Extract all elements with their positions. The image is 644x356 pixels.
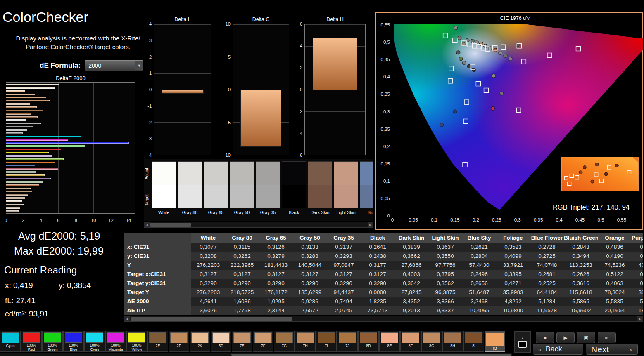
column-header: Dark Skin (394, 233, 428, 243)
patch-button-2e[interactable]: 2E (147, 331, 168, 352)
patch-button-8e[interactable]: 8E (379, 331, 400, 352)
avg-de2000: Avg dE2000: 5,19 (18, 230, 100, 242)
patch-button-100-cyan[interactable]: 100% Cyan (84, 331, 105, 352)
axis-tick-label: 0,25 (492, 217, 501, 222)
patch-button-cyan[interactable]: Cyan (0, 331, 21, 352)
patch-button-7e[interactable]: 7E (232, 331, 252, 352)
play-button[interactable]: ▶ (556, 332, 575, 343)
patch-button-label: 2E (155, 344, 160, 348)
swatch-scroll-thumb[interactable] (150, 223, 191, 227)
loop-button[interactable]: ∞ (598, 332, 616, 343)
delta-h-yaxis: 6420-2-4-6 (294, 24, 304, 155)
table-cell: 3,2468 (462, 297, 496, 306)
column-header: Gray 80 (225, 233, 259, 243)
patch-button-label: 8F (409, 344, 413, 348)
grid-line (154, 24, 211, 25)
table-cell: 3,8366 (428, 297, 462, 306)
deltae-bar (6, 165, 35, 166)
scroll-left-icon[interactable]: ◄ (144, 222, 150, 227)
capture-button[interactable]: ▣ (577, 332, 595, 343)
table-cell: 51,6487 (462, 288, 496, 297)
swatch-label: Light Skin (334, 210, 358, 215)
table-cell: 0,3077 (191, 243, 225, 252)
patch-button-100-green[interactable]: 100% Green (42, 331, 63, 352)
column-header: Gray 65 (259, 233, 293, 243)
swatch-actual (308, 162, 332, 185)
back-button[interactable]: « Back (533, 344, 583, 355)
swatch-scroll-track[interactable] (150, 222, 368, 227)
description-text: Display analysis is performed with the X… (12, 34, 145, 51)
patch-button-8h[interactable]: 8H (442, 331, 463, 352)
toolbar-scrollbar[interactable] (0, 353, 512, 356)
table-scroll-thumb[interactable] (131, 317, 292, 321)
patch-button-label: 5D (219, 344, 223, 348)
axis-tick-label: 10 (226, 21, 231, 26)
page-title: ColorChecker (2, 9, 88, 25)
patch-swatch (86, 332, 103, 343)
patch-button-8f[interactable]: 8F (400, 331, 421, 352)
patch-swatch (107, 332, 124, 343)
scroll-left-icon[interactable]: ◄ (124, 316, 130, 321)
table-cell: 1,6036 (225, 297, 259, 306)
scroll-right-icon[interactable]: ► (368, 222, 373, 227)
table-scrollbar[interactable]: ◄ ► (124, 316, 643, 322)
deltae-bar (6, 207, 20, 209)
axis-tick-label: 0,4 (556, 217, 563, 222)
axis-tick-label: 12 (108, 218, 113, 223)
scroll-right-icon[interactable]: ► (637, 316, 643, 321)
swatch-strip: Actual Target WhiteGray 80Gray 65Gray 50… (144, 159, 373, 221)
swatch-label: Gray 80 (178, 210, 202, 215)
table-cell: 0,2626 (564, 270, 598, 279)
table-cell: 0,2681 (530, 270, 564, 279)
table-cell: 0,3288 (293, 252, 327, 261)
next-button[interactable]: Next » (586, 344, 638, 355)
patch-button-100-magenta[interactable]: 100% Magenta (105, 331, 126, 352)
swatch-scrollbar[interactable]: ◄ ► (144, 222, 373, 228)
axis-tick-label: 0,5 (598, 217, 604, 222)
table-cell: 11,9578 (530, 306, 564, 315)
axis-tick-label: 0,45 (381, 57, 390, 62)
patch-button-8g[interactable]: 8G (421, 331, 442, 352)
grid-line (233, 57, 289, 57)
patch-button-100-yellow[interactable]: 100% Yellow (126, 331, 147, 352)
grid-line (305, 155, 365, 155)
patch-swatch (44, 332, 61, 343)
table-scroll-track[interactable] (130, 316, 637, 321)
deltae-bar (6, 106, 37, 108)
patch-button-100-red[interactable]: 100% Red (21, 331, 42, 352)
pattern-window-button[interactable]: ▲ (514, 331, 531, 353)
table-cell: 276,2203 (191, 261, 225, 270)
toolbar-scroll-thumb[interactable] (231, 354, 511, 356)
axis-tick-label: 2 (149, 54, 152, 59)
patch-button-7g[interactable]: 7G (274, 331, 295, 352)
stop-button[interactable]: ■ (536, 332, 554, 343)
patch-button-7i[interactable]: 7I (316, 331, 337, 352)
table-cell: 97,7756 (428, 261, 462, 270)
chevron-down-icon[interactable]: ▼ (135, 61, 143, 70)
patch-button-100-blue[interactable]: 100% Blue (63, 331, 84, 352)
table-cell: 0,2166 (632, 270, 643, 279)
swatch-actual (230, 162, 254, 185)
patch-button-8d[interactable]: 8D (358, 331, 379, 352)
patch-button-5d[interactable]: 5D (211, 331, 231, 352)
patch-button-8j[interactable]: 8J (485, 331, 505, 352)
patch-button-label: 100% Green (47, 343, 57, 351)
patch-button-7h[interactable]: 7H (295, 331, 316, 352)
deltae-xaxis: 02468101214 (6, 216, 135, 223)
column-header: Blue Sky (462, 233, 496, 243)
patch-swatch (128, 332, 145, 343)
table-cell: 0,3290 (327, 279, 361, 288)
patch-button-2f[interactable]: 2F (169, 331, 189, 352)
patch-button-8i[interactable]: 8I (463, 331, 484, 352)
patch-button-7j[interactable]: 7J (337, 331, 358, 352)
deltae-bar (6, 123, 41, 124)
row-label: Y (124, 261, 191, 270)
measurement-point (492, 74, 496, 78)
table-cell: 15,9602 (564, 306, 598, 315)
table-cell: 0,3290 (191, 279, 225, 288)
patch-button-2k[interactable]: 2K (190, 331, 210, 352)
measurement-point (440, 123, 444, 127)
grid-line (154, 41, 211, 41)
de-formula-select[interactable]: 2000 ▼ (85, 60, 143, 71)
patch-button-7f[interactable]: 7F (253, 331, 273, 352)
